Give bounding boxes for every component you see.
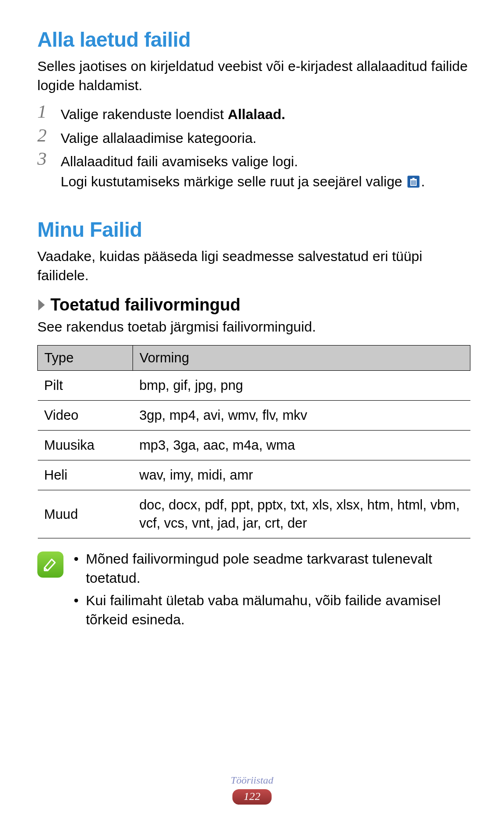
table-header-format: Vorming [133,345,470,370]
step-3-sub-prefix: Logi kustutamiseks märkige selle ruut ja… [61,174,406,189]
downloads-steps: Valige rakenduste loendist Allalaad. Val… [37,105,470,191]
trash-icon [407,175,420,188]
myfiles-title: Minu Failid [37,218,470,241]
table-header-row: Type Vorming [38,345,470,370]
step-1: Valige rakenduste loendist Allalaad. [37,105,470,124]
cell-type: Muud [38,490,133,538]
table-row: Heli wav, imy, midi, amr [38,460,470,490]
svg-rect-6 [413,177,415,178]
step-1-text-prefix: Valige rakenduste loendist [61,106,228,122]
table-row: Muusika mp3, 3ga, aac, m4a, wma [38,430,470,460]
cell-type: Muusika [38,430,133,460]
cell-format: doc, docx, pdf, ppt, pptx, txt, xls, xls… [133,490,470,538]
supported-formats-heading: Toetatud failivormingud [37,295,470,315]
svg-rect-5 [410,179,417,180]
note-list: Mõned failivormingud pole seadme tarkvar… [74,550,470,633]
cell-format: bmp, gif, jpg, png [133,370,470,400]
step-1-bold: Allalaad. [228,106,285,122]
step-2-text: Valige allalaadimise kategooria. [61,129,470,148]
step-3: Allalaaditud faili avamiseks valige logi… [37,152,470,191]
cell-type: Pilt [38,370,133,400]
table-row: Video 3gp, mp4, avi, wmv, flv, mkv [38,400,470,430]
myfiles-intro: Vaadake, kuidas pääseda ligi seadmesse s… [37,247,470,285]
chevron-right-icon [37,298,47,311]
table-row: Muud doc, docx, pdf, ppt, pptx, txt, xls… [38,490,470,538]
supported-formats-heading-text: Toetatud failivormingud [50,295,240,315]
note-item: Mõned failivormingud pole seadme tarkvar… [74,550,470,587]
document-page: Alla laetud failid Selles jaotises on ki… [0,0,504,827]
step-2: Valige allalaadimise kategooria. [37,129,470,148]
downloads-title: Alla laetud failid [37,28,470,51]
footer-section-label: Tööriistad [0,774,504,786]
cell-format: 3gp, mp4, avi, wmv, flv, mkv [133,400,470,430]
downloads-intro: Selles jaotises on kirjeldatud veebist v… [37,57,470,95]
cell-format: wav, imy, midi, amr [133,460,470,490]
step-3-sub-suffix: . [421,174,425,189]
page-footer: Tööriistad 122 [0,774,504,805]
cell-type: Video [38,400,133,430]
page-number-badge: 122 [232,789,272,805]
cell-type: Heli [38,460,133,490]
cell-format: mp3, 3ga, aac, m4a, wma [133,430,470,460]
supported-formats-intro: See rakendus toetab järgmisi failivormin… [37,318,470,337]
note-item: Kui failimaht ületab vaba mälumahu, võib… [74,591,470,629]
file-formats-table: Type Vorming Pilt bmp, gif, jpg, png Vid… [37,345,470,539]
note-block: Mõned failivormingud pole seadme tarkvar… [37,550,470,633]
table-row: Pilt bmp, gif, jpg, png [38,370,470,400]
step-3-text: Allalaaditud faili avamiseks valige logi… [61,152,470,171]
note-icon [37,551,63,578]
table-header-type: Type [38,345,133,370]
